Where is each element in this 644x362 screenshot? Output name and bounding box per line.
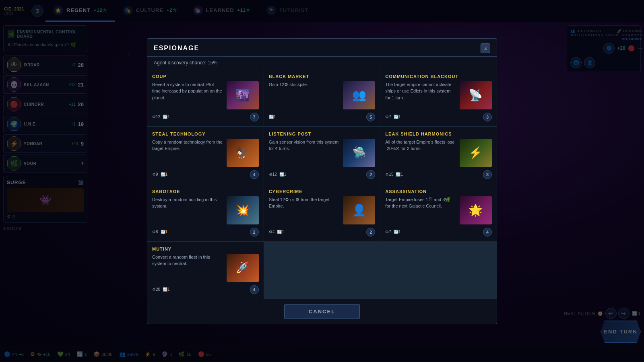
card-image: 🌆 — [227, 81, 259, 109]
card-gear-cost: ⚙12 — [152, 115, 160, 119]
card-description: The target empire cannot activate ships … — [385, 81, 456, 109]
card-title: LEAK SHIELD HARMONICS — [385, 132, 492, 136]
card-gear-cost: ⚙8 — [152, 230, 158, 234]
card-cost-row: 🔄1 — [269, 115, 276, 119]
card-description: Convert a random fleet in this system to… — [152, 254, 223, 282]
modal-header: ESPIONAGE ⊡ — [147, 39, 497, 57]
card-level: 3 — [483, 113, 492, 121]
cancel-bar: CANCEL — [147, 299, 497, 324]
card-image: 📡 — [460, 81, 492, 109]
card-level: 3 — [483, 170, 492, 179]
spy-card-comm_blackout[interactable]: COMMUNICATION BLACKOUT The target empire… — [380, 69, 497, 126]
spy-card-steal_technology[interactable]: STEAL TECHNOLOGY Copy a random technolog… — [147, 127, 264, 184]
spy-card-sabotage[interactable]: SABOTAGE Destroy a random building in th… — [147, 184, 264, 241]
card-footer: ⚙12 🔄1 7 — [152, 113, 259, 121]
card-body: The target empire cannot activate ships … — [385, 81, 492, 109]
card-title: ASSASSINATION — [385, 189, 492, 194]
card-description: Steal 12⚙ or ⚙ from the target Empire. — [269, 196, 340, 224]
card-title: CYBERCRIME — [269, 189, 376, 194]
card-image: 🚀 — [227, 254, 259, 282]
card-description: All of the target Empire's fleets lose -… — [385, 139, 456, 167]
card-body: Target Empire loses 1🎖 and 3🌿 for the ne… — [385, 196, 492, 224]
card-agent-cost: 🔄1 — [394, 230, 401, 234]
card-footer: ⚙9 🔄1 4 — [152, 170, 259, 179]
card-image: 👥 — [343, 81, 375, 109]
card-title: BLACK MARKET — [269, 74, 376, 79]
card-title: STEAL TECHNOLOGY — [152, 132, 259, 136]
card-agent-cost: 🔄1 — [161, 230, 168, 234]
cancel-button[interactable]: CANCEL — [284, 304, 360, 319]
espionage-modal: ESPIONAGE ⊡ Agent discovery chance: 15% … — [147, 38, 497, 324]
card-footer: ⚙12 🔄1 2 — [269, 170, 376, 179]
card-cost-row: ⚙12 🔄1 — [152, 115, 170, 119]
card-footer: 🔄1 5 — [269, 113, 376, 121]
card-image: 🛸 — [343, 139, 375, 167]
card-cost-row: ⚙20 🔄1 — [152, 287, 170, 292]
card-agent-cost: 🔄1 — [277, 230, 284, 234]
card-body: Destroy a random building in this system… — [152, 196, 259, 224]
spy-card-cybercrime[interactable]: CYBERCRIME Steal 12⚙ or ⚙ from the targe… — [264, 184, 380, 241]
card-image: 👤 — [343, 196, 375, 224]
card-cost-row: ⚙8 🔄1 — [152, 230, 167, 234]
card-level: 4 — [250, 285, 259, 294]
card-cost-row: ⚙9 🔄1 — [152, 172, 167, 177]
card-agent-cost: 🔄1 — [163, 287, 170, 292]
spy-cards-grid: COUP Revert a system to neutral. Plot ti… — [147, 69, 497, 299]
card-image: 💥 — [227, 196, 259, 224]
card-cost-row: ⚙4 🔄1 — [269, 230, 284, 234]
card-title: LISTENING POST — [269, 132, 376, 136]
card-body: Gain sensor vision from this system for … — [269, 139, 376, 167]
card-agent-cost: 🔄1 — [394, 115, 401, 119]
card-level: 5 — [366, 113, 375, 121]
card-agent-cost: 🔄1 — [163, 115, 170, 119]
card-body: Convert a random fleet in this system to… — [152, 254, 259, 282]
modal-overlay: ESPIONAGE ⊡ Agent discovery chance: 15% … — [0, 0, 644, 362]
card-gear-cost: ⚙20 — [152, 287, 160, 292]
card-body: Steal 12⚙ or ⚙ from the target Empire. 👤 — [269, 196, 376, 224]
card-footer: ⚙7 🔄1 3 — [385, 113, 492, 121]
card-footer: ⚙8 🔄1 2 — [152, 228, 259, 237]
card-description: Revert a system to neutral. Plot time in… — [152, 81, 223, 109]
card-gear-cost: ⚙4 — [269, 230, 275, 234]
card-agent-cost: 🔄1 — [396, 172, 403, 177]
card-footer: ⚙15 🔄1 3 — [385, 170, 492, 179]
card-gear-cost: ⚙7 — [385, 230, 391, 234]
card-description: Gain sensor vision from this system for … — [269, 139, 340, 167]
card-level: 2 — [366, 170, 375, 179]
card-level: 4 — [250, 170, 259, 179]
card-description: Destroy a random building in this system… — [152, 196, 223, 224]
spy-card-coup[interactable]: COUP Revert a system to neutral. Plot ti… — [147, 69, 264, 126]
card-description: Gain 12⚙ stockpile. — [269, 81, 340, 109]
card-level: 4 — [483, 228, 492, 237]
card-level: 2 — [250, 228, 259, 237]
modal-title: ESPIONAGE — [154, 45, 199, 52]
spy-card-mutiny[interactable]: MUTINY Convert a random fleet in this sy… — [147, 242, 264, 299]
card-cost-row: ⚙7 🔄1 — [385, 230, 400, 234]
card-level: 7 — [250, 113, 259, 121]
card-footer: ⚙4 🔄1 2 — [269, 228, 376, 237]
card-gear-cost: ⚙9 — [152, 172, 158, 177]
card-description: Copy a random technology from the target… — [152, 139, 223, 167]
card-gear-cost: ⚙15 — [385, 172, 393, 177]
card-body: All of the target Empire's fleets lose -… — [385, 139, 492, 167]
spy-card-leak_shield[interactable]: LEAK SHIELD HARMONICS All of the target … — [380, 127, 497, 184]
card-title: MUTINY — [152, 247, 259, 251]
card-footer: ⚙7 🔄1 4 — [385, 228, 492, 237]
card-level: 2 — [366, 228, 375, 237]
card-agent-cost: 🔄1 — [269, 115, 276, 119]
card-cost-row: ⚙12 🔄1 — [269, 172, 287, 177]
card-gear-cost: ⚙12 — [269, 172, 277, 177]
card-agent-cost: 🔄1 — [161, 172, 168, 177]
discovery-chance: Agent discovery chance: 15% — [147, 57, 497, 69]
card-body: Gain 12⚙ stockpile. 👥 — [269, 81, 376, 109]
modal-close-button[interactable]: ⊡ — [481, 43, 490, 53]
spy-card-black_market[interactable]: BLACK MARKET Gain 12⚙ stockpile. 👥 🔄1 5 — [264, 69, 380, 126]
spy-card-listening_post[interactable]: LISTENING POST Gain sensor vision from t… — [264, 127, 380, 184]
spy-card-assassination[interactable]: ASSASSINATION Target Empire loses 1🎖 and… — [380, 184, 497, 241]
card-title: COUP — [152, 74, 259, 79]
card-body: Copy a random technology from the target… — [152, 139, 259, 167]
card-title: COMMUNICATION BLACKOUT — [385, 74, 492, 79]
card-description: Target Empire loses 1🎖 and 3🌿 for the ne… — [385, 196, 456, 224]
card-agent-cost: 🔄1 — [279, 172, 287, 177]
card-image: 🌟 — [460, 196, 492, 224]
